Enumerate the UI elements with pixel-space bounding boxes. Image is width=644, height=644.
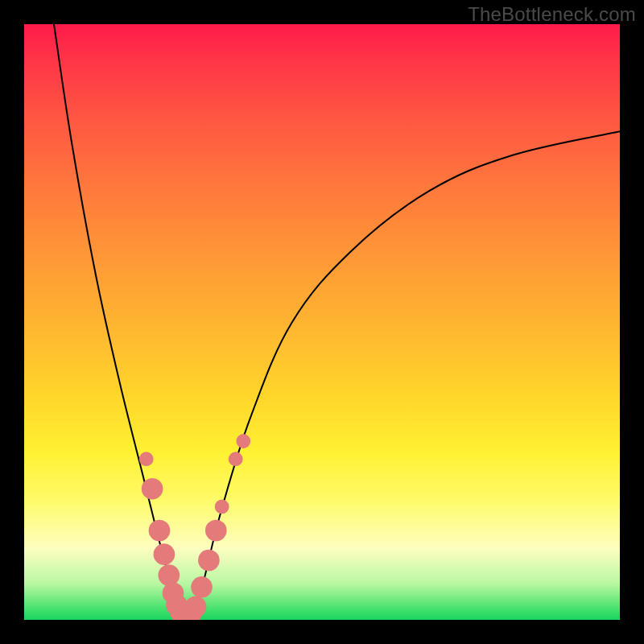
chart-frame: TheBottleneck.com	[0, 0, 644, 644]
data-marker	[236, 434, 250, 448]
plot-area	[24, 24, 620, 620]
curve-layer	[24, 24, 620, 620]
data-marker	[159, 564, 180, 586]
data-marker	[229, 452, 243, 466]
data-marker	[139, 452, 154, 466]
data-marker	[205, 520, 227, 542]
marker-group	[139, 434, 250, 620]
data-marker	[191, 576, 213, 598]
watermark-text: TheBottleneck.com	[468, 3, 636, 26]
series-right-arm	[194, 131, 620, 613]
data-marker	[185, 596, 207, 617]
data-marker	[149, 520, 171, 542]
series-group	[54, 24, 620, 614]
data-marker	[215, 500, 229, 514]
data-marker	[198, 550, 220, 572]
data-marker	[154, 543, 175, 565]
data-marker	[142, 478, 163, 500]
